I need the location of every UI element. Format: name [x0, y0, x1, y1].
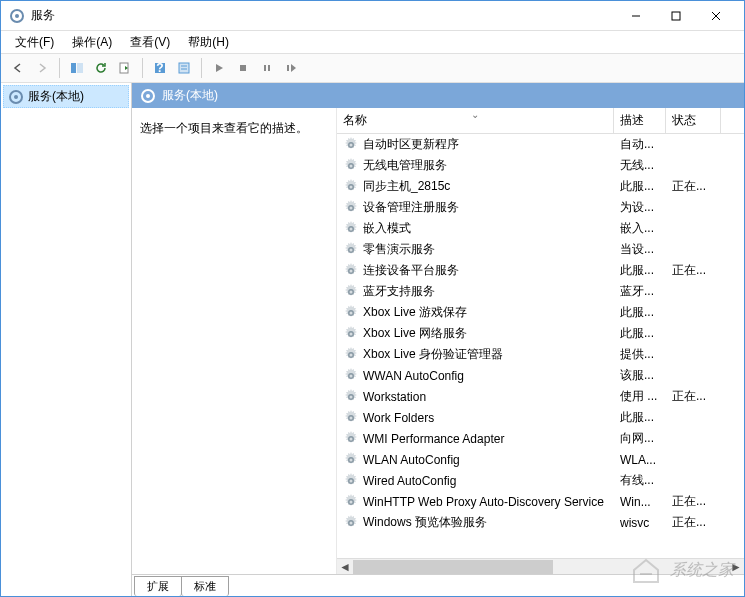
scroll-thumb[interactable]: [353, 560, 553, 574]
service-name: 嵌入模式: [363, 220, 411, 237]
stop-button[interactable]: [232, 57, 254, 79]
column-header-description[interactable]: 描述: [614, 108, 666, 133]
service-row[interactable]: Xbox Live 游戏保存此服...: [337, 302, 744, 323]
service-row[interactable]: Workstation使用 ...正在...: [337, 386, 744, 407]
svg-rect-6: [71, 63, 76, 73]
forward-button[interactable]: [31, 57, 53, 79]
service-name-cell: 零售演示服务: [337, 239, 614, 260]
minimize-button[interactable]: [616, 2, 656, 30]
service-row[interactable]: WinHTTP Web Proxy Auto-Discovery Service…: [337, 491, 744, 512]
service-name-cell: 嵌入模式: [337, 218, 614, 239]
service-row[interactable]: 零售演示服务当设...: [337, 239, 744, 260]
tab-strip: 扩展 标准: [132, 574, 744, 596]
back-button[interactable]: [7, 57, 29, 79]
service-row[interactable]: Xbox Live 身份验证管理器提供...: [337, 344, 744, 365]
refresh-button[interactable]: [90, 57, 112, 79]
properties-button[interactable]: [173, 57, 195, 79]
menu-help[interactable]: 帮助(H): [180, 32, 237, 53]
service-row[interactable]: 同步主机_2815c此服...正在...: [337, 176, 744, 197]
service-row[interactable]: Windows 预览体验服务wisvc正在...: [337, 512, 744, 533]
restart-button[interactable]: [280, 57, 302, 79]
service-desc-cell: 当设...: [614, 239, 666, 260]
service-status-cell: 正在...: [666, 512, 721, 533]
column-header-status[interactable]: 状态: [666, 108, 721, 133]
service-desc-cell: 无线...: [614, 155, 666, 176]
service-row[interactable]: WWAN AutoConfig该服...: [337, 365, 744, 386]
tab-extended[interactable]: 扩展: [134, 576, 182, 596]
service-row[interactable]: Wired AutoConfig有线...: [337, 470, 744, 491]
svg-rect-7: [77, 63, 83, 73]
service-row[interactable]: 蓝牙支持服务蓝牙...: [337, 281, 744, 302]
gear-icon: [343, 137, 359, 153]
svg-point-1: [15, 14, 19, 18]
close-button[interactable]: [696, 2, 736, 30]
service-row[interactable]: 嵌入模式嵌入...: [337, 218, 744, 239]
scroll-left-icon[interactable]: ◄: [337, 559, 353, 575]
service-row[interactable]: Xbox Live 网络服务此服...: [337, 323, 744, 344]
gear-icon: [8, 89, 24, 105]
service-row[interactable]: 无线电管理服务无线...: [337, 155, 744, 176]
service-desc-cell: 此服...: [614, 260, 666, 281]
service-row[interactable]: WMI Performance Adapter向网...: [337, 428, 744, 449]
gear-icon: [343, 368, 359, 384]
tree-item-services-local[interactable]: 服务(本地): [3, 85, 129, 108]
service-name-cell: 自动时区更新程序: [337, 134, 614, 155]
service-desc-cell: 提供...: [614, 344, 666, 365]
service-row[interactable]: 自动时区更新程序自动...: [337, 134, 744, 155]
gear-icon: [343, 284, 359, 300]
service-status-cell: [666, 248, 721, 252]
service-name: WWAN AutoConfig: [363, 369, 464, 383]
service-name: Wired AutoConfig: [363, 474, 456, 488]
service-name-cell: WWAN AutoConfig: [337, 366, 614, 386]
description-pane: 选择一个项目来查看它的描述。: [132, 108, 337, 574]
service-desc-cell: WLA...: [614, 451, 666, 469]
column-header-name[interactable]: 名称 ⌄: [337, 108, 614, 133]
titlebar: 服务: [1, 1, 744, 31]
scroll-track[interactable]: [353, 559, 728, 575]
service-desc-cell: 蓝牙...: [614, 281, 666, 302]
gear-icon: [343, 221, 359, 237]
gear-icon: [343, 389, 359, 405]
service-name-cell: 设备管理注册服务: [337, 197, 614, 218]
service-name-cell: WLAN AutoConfig: [337, 450, 614, 470]
horizontal-scrollbar[interactable]: ◄ ►: [337, 558, 744, 574]
service-status-cell: [666, 143, 721, 147]
gear-icon: [343, 431, 359, 447]
service-name-cell: 同步主机_2815c: [337, 176, 614, 197]
export-button[interactable]: [114, 57, 136, 79]
service-name: 设备管理注册服务: [363, 199, 459, 216]
list-body[interactable]: 自动时区更新程序自动...无线电管理服务无线...同步主机_2815c此服...…: [337, 134, 744, 558]
service-row[interactable]: 设备管理注册服务为设...: [337, 197, 744, 218]
menubar: 文件(F) 操作(A) 查看(V) 帮助(H): [1, 31, 744, 53]
service-name-cell: 蓝牙支持服务: [337, 281, 614, 302]
service-name-cell: WinHTTP Web Proxy Auto-Discovery Service: [337, 492, 614, 512]
gear-icon: [343, 473, 359, 489]
gear-icon: [343, 347, 359, 363]
show-hide-tree-button[interactable]: [66, 57, 88, 79]
service-row[interactable]: Work Folders此服...: [337, 407, 744, 428]
svg-point-21: [146, 94, 150, 98]
service-name-cell: Workstation: [337, 387, 614, 407]
pane-body: 选择一个项目来查看它的描述。 名称 ⌄ 描述 状态 自动时区更新程序自动...无…: [132, 108, 744, 574]
service-name: Xbox Live 网络服务: [363, 325, 467, 342]
scroll-right-icon[interactable]: ►: [728, 559, 744, 575]
help-button[interactable]: ?: [149, 57, 171, 79]
start-button[interactable]: [208, 57, 230, 79]
menu-action[interactable]: 操作(A): [64, 32, 120, 53]
gear-icon: [343, 305, 359, 321]
service-status-cell: 正在...: [666, 260, 721, 281]
service-desc-cell: 使用 ...: [614, 386, 666, 407]
menu-view[interactable]: 查看(V): [122, 32, 178, 53]
maximize-button[interactable]: [656, 2, 696, 30]
service-status-cell: 正在...: [666, 491, 721, 512]
pause-button[interactable]: [256, 57, 278, 79]
service-row[interactable]: WLAN AutoConfigWLA...: [337, 449, 744, 470]
window-title: 服务: [31, 7, 616, 24]
service-desc-cell: Win...: [614, 493, 666, 511]
separator: [142, 58, 143, 78]
service-row[interactable]: 连接设备平台服务此服...正在...: [337, 260, 744, 281]
menu-file[interactable]: 文件(F): [7, 32, 62, 53]
service-name: Windows 预览体验服务: [363, 514, 487, 531]
service-name: 同步主机_2815c: [363, 178, 450, 195]
tab-standard[interactable]: 标准: [181, 576, 229, 596]
